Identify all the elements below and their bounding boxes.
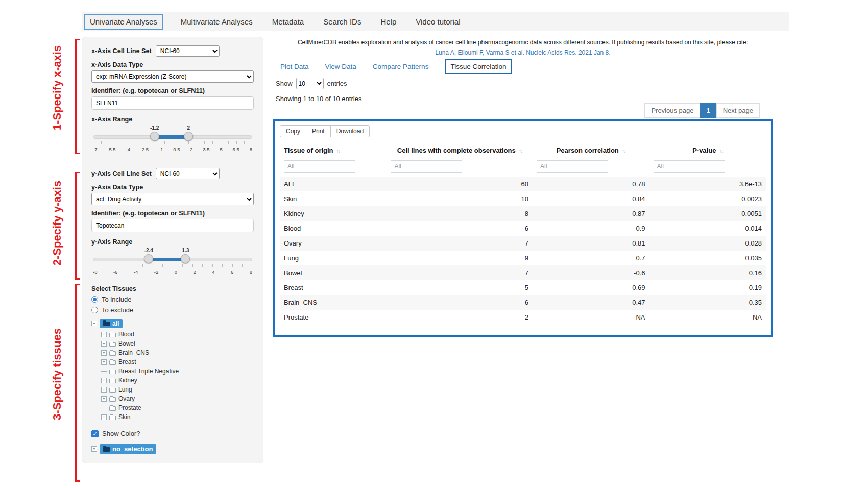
x-data-type-select[interactable]: exp: mRNA Expression (Z-Score) bbox=[91, 70, 254, 83]
header-cell-lines[interactable]: Cell lines with complete observations↑↓ bbox=[387, 142, 533, 158]
tree-item-prostate[interactable]: Prostate bbox=[101, 403, 254, 412]
cell-p-value: 0.035 bbox=[649, 251, 766, 265]
cell-count: 5 bbox=[387, 280, 533, 295]
subtab-plot-data[interactable]: Plot Data bbox=[280, 63, 309, 70]
x-cell-line-set-select[interactable]: NCI-60 bbox=[156, 45, 220, 57]
x-range-handle-high[interactable] bbox=[184, 132, 193, 141]
tree-root-all[interactable]: − all bbox=[91, 318, 254, 329]
filter-cell-lines-input[interactable] bbox=[391, 160, 462, 173]
x-range-slider[interactable]: -1.2 2 -7 -5.5 -4 -2.5 -1 0.5 2 3.5 5 6.… bbox=[93, 125, 252, 155]
table-row[interactable]: Blood 6 0.9 0.014 bbox=[280, 221, 766, 236]
expand-icon[interactable]: + bbox=[101, 350, 107, 356]
sort-icon[interactable]: ↑↓ bbox=[516, 148, 522, 154]
tree-item-blood[interactable]: + Blood bbox=[101, 330, 254, 339]
folder-icon bbox=[109, 388, 116, 393]
checkbox-icon[interactable]: ✓ bbox=[91, 430, 99, 437]
table-row[interactable]: Lung 9 0.7 0.035 bbox=[280, 251, 766, 265]
table-row[interactable]: Kidney 8 0.87 0.0051 bbox=[280, 206, 766, 221]
expand-icon[interactable]: + bbox=[101, 359, 107, 365]
tab-multivariate-analyses[interactable]: Multivariate Analyses bbox=[179, 14, 255, 29]
tab-metadata[interactable]: Metadata bbox=[270, 14, 306, 29]
table-row[interactable]: Brain_CNS 6 0.47 0.35 bbox=[280, 295, 766, 310]
top-nav: Univariate Analyses Multivariate Analyse… bbox=[82, 12, 789, 31]
header-pearson-correlation[interactable]: Pearson correlation↑↓ bbox=[533, 142, 649, 158]
subtab-compare-patterns[interactable]: Compare Patterns bbox=[373, 63, 429, 70]
tree-item-breast-triple-negative[interactable]: Breast Triple Negative bbox=[101, 367, 254, 376]
expand-icon[interactable]: + bbox=[101, 332, 107, 337]
page-1-button[interactable]: 1 bbox=[700, 103, 717, 118]
tree-item-lung[interactable]: + Lung bbox=[101, 385, 254, 394]
header-tissue-of-origin[interactable]: Tissue of origin↑↓ bbox=[280, 142, 387, 158]
filter-p-value-input[interactable] bbox=[654, 160, 725, 173]
x-identifier-input[interactable] bbox=[91, 96, 254, 110]
y-range-low-value: -2.4 bbox=[144, 248, 153, 253]
expand-icon[interactable]: + bbox=[101, 387, 107, 393]
tree-item-skin[interactable]: + Skin bbox=[101, 412, 254, 422]
tab-video-tutorial[interactable]: Video tutorial bbox=[414, 14, 462, 29]
tree-item-brain-cns[interactable]: + Brain_CNS bbox=[101, 348, 254, 357]
filter-tissue-input[interactable] bbox=[284, 160, 355, 173]
table-row[interactable]: Breast 5 0.69 0.19 bbox=[280, 280, 766, 295]
tab-help[interactable]: Help bbox=[378, 14, 398, 29]
slider-ticks bbox=[93, 141, 252, 144]
cell-tissue: Prostate bbox=[280, 310, 387, 325]
sort-icon[interactable]: ↑↓ bbox=[716, 148, 722, 154]
filter-pearson-input[interactable] bbox=[537, 160, 608, 173]
download-button[interactable]: Download bbox=[330, 125, 370, 137]
entries-select[interactable]: 10 bbox=[296, 78, 324, 89]
radio-icon[interactable] bbox=[91, 296, 98, 303]
folder-icon bbox=[103, 322, 110, 326]
expand-icon[interactable]: + bbox=[101, 341, 107, 347]
expand-icon[interactable]: + bbox=[91, 446, 97, 452]
cell-tissue: Blood bbox=[280, 221, 387, 236]
cell-count: 7 bbox=[387, 265, 533, 280]
tab-univariate-analyses[interactable]: Univariate Analyses bbox=[84, 14, 163, 30]
tree-node-all[interactable]: all bbox=[100, 319, 123, 328]
radio-to-include[interactable]: To include bbox=[91, 296, 254, 303]
cell-count: 8 bbox=[387, 206, 533, 221]
sort-icon[interactable]: ↑↓ bbox=[333, 148, 340, 154]
show-color-checkbox[interactable]: ✓ Show Color? bbox=[91, 430, 254, 437]
radio-label: To exclude bbox=[102, 306, 133, 314]
tree-item-label: Prostate bbox=[118, 404, 141, 411]
y-cell-line-set-select[interactable]: NCI-60 bbox=[156, 168, 220, 179]
collapse-icon[interactable]: − bbox=[91, 321, 97, 326]
x-range-handle-low[interactable] bbox=[150, 132, 159, 141]
citation-link[interactable]: Luna A, Elloumi F, Varma S et al. Nuclei… bbox=[273, 49, 773, 56]
y-range-handle-low[interactable] bbox=[144, 254, 153, 263]
table-row[interactable]: ALL 60 0.78 3.6e-13 bbox=[280, 177, 766, 191]
tree-item-kidney[interactable]: + Kidney bbox=[101, 376, 254, 385]
expand-icon[interactable]: + bbox=[101, 414, 107, 420]
tree-node-no-selection[interactable]: no_selection bbox=[100, 444, 156, 454]
expand-icon[interactable]: + bbox=[101, 396, 107, 402]
table-row[interactable]: Skin 10 0.84 0.0023 bbox=[280, 191, 766, 206]
y-identifier-label: Identifier: (e.g. topotecan or SLFN11) bbox=[91, 210, 254, 217]
print-button[interactable]: Print bbox=[306, 125, 331, 137]
y-data-type-label: y-Axis Data Type bbox=[91, 184, 254, 191]
tree-item-bowel[interactable]: + Bowel bbox=[101, 339, 254, 348]
y-range-handle-high[interactable] bbox=[181, 254, 190, 263]
table-row[interactable]: Ovary 7 0.81 0.028 bbox=[280, 236, 766, 251]
tab-search-ids[interactable]: Search IDs bbox=[321, 14, 363, 29]
sort-icon[interactable]: ↑↓ bbox=[619, 148, 625, 154]
header-p-value[interactable]: P-value↑↓ bbox=[649, 142, 766, 158]
next-page-button[interactable]: Next page bbox=[716, 103, 760, 118]
tick-label: 0.5 bbox=[173, 147, 180, 152]
copy-button[interactable]: Copy bbox=[280, 125, 306, 137]
subtab-view-data[interactable]: View Data bbox=[325, 63, 356, 70]
expand-icon[interactable]: + bbox=[101, 378, 107, 383]
y-range-slider[interactable]: -2.4 1.3 -8 -6 -4 -2 0 2 4 6 8 bbox=[93, 248, 252, 277]
table-row[interactable]: Bowel 7 -0.6 0.16 bbox=[280, 265, 766, 280]
y-data-type-select[interactable]: act: Drug Activity bbox=[91, 193, 254, 205]
tick-label: -5.5 bbox=[107, 147, 115, 152]
radio-icon[interactable] bbox=[91, 307, 98, 313]
y-identifier-input[interactable] bbox=[91, 219, 254, 232]
tree-item-breast[interactable]: + Breast bbox=[101, 357, 254, 367]
subtab-tissue-correlation[interactable]: Tissue Correlation bbox=[445, 59, 512, 74]
cell-pearson: -0.6 bbox=[533, 265, 649, 280]
radio-to-exclude[interactable]: To exclude bbox=[91, 306, 254, 314]
previous-page-button[interactable]: Previous page bbox=[644, 103, 700, 118]
table-row[interactable]: Prostate 2 NA NA bbox=[280, 310, 766, 325]
tree-root-no-selection[interactable]: + no_selection bbox=[91, 444, 254, 454]
tree-item-ovary[interactable]: + Ovary bbox=[101, 394, 254, 403]
